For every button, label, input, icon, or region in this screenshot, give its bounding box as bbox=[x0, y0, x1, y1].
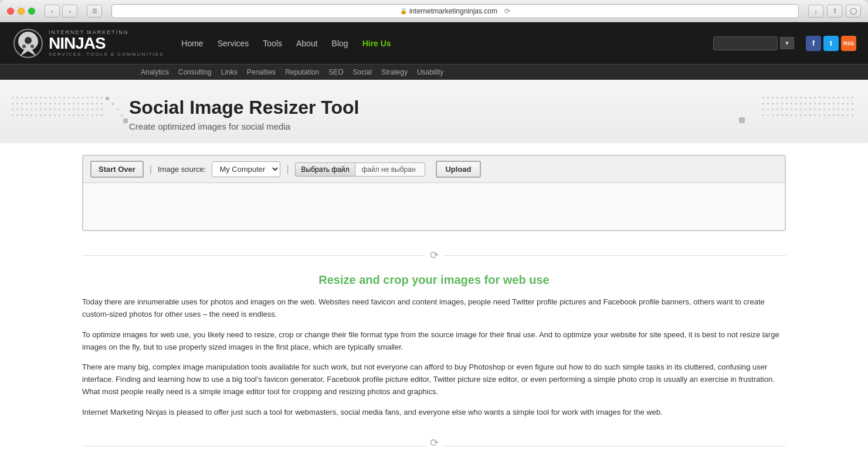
back-button[interactable]: ‹ bbox=[45, 5, 60, 18]
facebook-icon[interactable]: f bbox=[806, 36, 821, 51]
close-window-button[interactable] bbox=[7, 8, 14, 15]
svg-rect-118 bbox=[805, 103, 806, 104]
logo-main-text: NINJAS bbox=[49, 35, 164, 52]
svg-rect-76 bbox=[68, 114, 70, 116]
refresh-button[interactable]: ⟳ bbox=[504, 7, 510, 15]
svg-rect-51 bbox=[45, 109, 46, 110]
upload-button[interactable]: Upload bbox=[436, 161, 480, 178]
nav-blog[interactable]: Blog bbox=[326, 35, 354, 52]
svg-rect-153 bbox=[781, 114, 783, 116]
svg-rect-132 bbox=[777, 109, 778, 110]
browser-actions: ↓ ⇧ ◯ bbox=[808, 5, 861, 18]
image-source-select[interactable]: My Computer bbox=[212, 161, 280, 177]
browser-nav: ‹ › bbox=[45, 5, 77, 18]
svg-rect-14 bbox=[59, 97, 60, 99]
svg-point-1 bbox=[25, 37, 32, 44]
svg-rect-43 bbox=[101, 103, 103, 104]
url-display: internetmarketingninjas.com bbox=[409, 7, 497, 15]
subnav-penalties[interactable]: Penalties bbox=[247, 68, 276, 76]
svg-rect-106 bbox=[842, 97, 844, 99]
subnav-reputation[interactable]: Reputation bbox=[285, 68, 319, 76]
search-input[interactable] bbox=[713, 36, 778, 50]
svg-rect-141 bbox=[819, 109, 820, 110]
subnav-social[interactable]: Social bbox=[353, 68, 372, 76]
svg-rect-98 bbox=[805, 97, 806, 99]
tab-overview-button[interactable]: ◯ bbox=[846, 5, 861, 18]
logo-sub-text: SERVICES, TOOLS & COMMUNITIES bbox=[49, 52, 164, 57]
svg-rect-129 bbox=[762, 109, 764, 110]
svg-rect-67 bbox=[26, 114, 28, 116]
svg-rect-136 bbox=[795, 109, 797, 110]
address-bar[interactable]: 🔒 internetmarketingninjas.com ⟳ bbox=[111, 4, 799, 18]
minimize-window-button[interactable] bbox=[18, 8, 25, 15]
forward-button[interactable]: › bbox=[62, 5, 77, 18]
svg-rect-155 bbox=[791, 114, 792, 116]
svg-rect-9 bbox=[35, 97, 37, 99]
svg-rect-116 bbox=[795, 103, 797, 104]
main-nav: Home Services Tools About Blog Hire Us bbox=[175, 35, 701, 52]
search-dropdown-button[interactable]: ▼ bbox=[780, 37, 794, 49]
toolbar-separator-2: | bbox=[286, 164, 289, 175]
subnav-usability[interactable]: Usability bbox=[417, 68, 443, 76]
svg-rect-53 bbox=[54, 109, 56, 110]
nav-hire-us[interactable]: Hire Us bbox=[357, 35, 397, 52]
svg-rect-85 bbox=[111, 103, 114, 105]
svg-rect-119 bbox=[809, 103, 811, 104]
traffic-lights bbox=[7, 8, 35, 15]
svg-rect-150 bbox=[767, 114, 769, 116]
svg-rect-114 bbox=[786, 103, 788, 104]
twitter-icon[interactable]: t bbox=[823, 36, 839, 51]
svg-rect-147 bbox=[847, 109, 849, 110]
svg-rect-96 bbox=[795, 97, 797, 99]
svg-rect-160 bbox=[814, 114, 816, 116]
svg-rect-142 bbox=[823, 109, 825, 110]
maximize-window-button[interactable] bbox=[28, 8, 35, 15]
reader-view-button[interactable]: ☰ bbox=[87, 5, 102, 18]
svg-rect-83 bbox=[101, 114, 103, 116]
nav-home[interactable]: Home bbox=[175, 35, 209, 52]
svg-rect-12 bbox=[49, 97, 51, 99]
subnav-analytics[interactable]: Analytics bbox=[141, 68, 169, 76]
svg-rect-148 bbox=[852, 109, 853, 110]
svg-rect-140 bbox=[814, 109, 816, 110]
svg-rect-139 bbox=[809, 109, 811, 110]
svg-rect-120 bbox=[814, 103, 816, 104]
svg-rect-5 bbox=[16, 97, 18, 99]
svg-rect-125 bbox=[838, 103, 839, 104]
social-icons: f t RSS bbox=[806, 36, 856, 51]
subnav-seo[interactable]: SEO bbox=[328, 68, 343, 76]
logo-area[interactable]: INTERNET MARKETING NINJAS SERVICES, TOOL… bbox=[12, 27, 164, 59]
subnav-consulting[interactable]: Consulting bbox=[178, 68, 212, 76]
svg-rect-77 bbox=[73, 114, 74, 116]
svg-rect-108 bbox=[852, 97, 853, 99]
svg-rect-46 bbox=[21, 109, 23, 110]
rss-icon[interactable]: RSS bbox=[841, 36, 856, 51]
svg-rect-78 bbox=[77, 114, 79, 116]
subnav-links[interactable]: Links bbox=[221, 68, 238, 76]
choose-file-button[interactable]: Выбрать файл bbox=[295, 162, 355, 177]
nav-about[interactable]: About bbox=[290, 35, 324, 52]
svg-rect-26 bbox=[21, 103, 23, 104]
nav-tools[interactable]: Tools bbox=[257, 35, 288, 52]
share-button[interactable]: ⇧ bbox=[827, 5, 842, 18]
body-paragraph-2: To optimize images for web use, you like… bbox=[82, 329, 786, 354]
svg-rect-50 bbox=[40, 109, 42, 110]
svg-rect-95 bbox=[791, 97, 792, 99]
start-over-button[interactable]: Start Over bbox=[90, 161, 144, 178]
nav-services[interactable]: Services bbox=[212, 35, 255, 52]
sub-nav: Analytics Consulting Links Penalties Rep… bbox=[0, 64, 868, 80]
svg-rect-152 bbox=[777, 114, 778, 116]
svg-rect-16 bbox=[68, 97, 70, 99]
svg-rect-159 bbox=[809, 114, 811, 116]
svg-rect-99 bbox=[809, 97, 811, 99]
svg-rect-143 bbox=[828, 109, 830, 110]
tool-container: Start Over | Image source: My Computer |… bbox=[82, 155, 786, 231]
download-button[interactable]: ↓ bbox=[808, 5, 823, 18]
svg-rect-124 bbox=[833, 103, 835, 104]
subnav-strategy[interactable]: Strategy bbox=[381, 68, 408, 76]
svg-rect-93 bbox=[781, 97, 783, 99]
svg-rect-88 bbox=[123, 118, 128, 123]
svg-rect-137 bbox=[800, 109, 802, 110]
svg-rect-49 bbox=[35, 109, 37, 110]
svg-rect-22 bbox=[96, 97, 98, 99]
